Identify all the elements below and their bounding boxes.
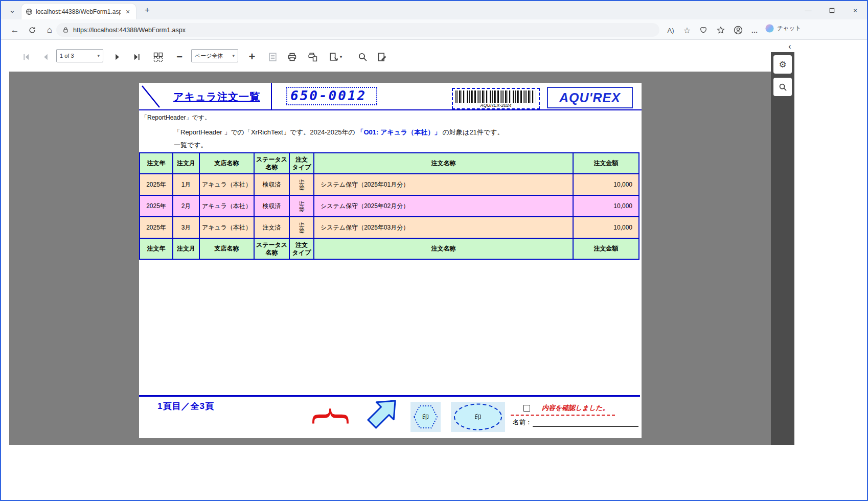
ellipse-stamp-text: 印 <box>451 402 505 432</box>
col-header-amount: 注文金額 <box>573 153 639 174</box>
cell-status: 検収済 <box>254 174 289 195</box>
add-favorite-icon[interactable]: ☆ <box>681 24 693 36</box>
cell-month: 2月 <box>173 195 199 217</box>
cell-year: 2025年 <box>140 195 173 217</box>
col-header-year: 注文年 <box>140 153 173 174</box>
rich-text-block: 「ReportHeader 」での「XrRichText」です。2024-202… <box>174 126 634 151</box>
search-panel-button[interactable] <box>773 78 792 96</box>
col-header-type: 注文 タイプ <box>289 238 314 259</box>
cell-month: 3月 <box>173 217 199 238</box>
search-icon <box>779 83 787 92</box>
settings-panel-button[interactable]: ⚙ <box>773 55 792 74</box>
postal-code: 650-0012 <box>286 87 377 105</box>
report-header-note: 「ReportHeader」です。 <box>141 113 211 122</box>
profile-avatar[interactable] <box>732 24 744 36</box>
new-tab-button[interactable]: + <box>141 4 153 16</box>
col-header-month: 注文月 <box>173 153 199 174</box>
name-label: 名前： <box>513 418 532 427</box>
refresh-button[interactable] <box>26 24 39 37</box>
last-page-button[interactable] <box>130 50 143 63</box>
confirm-checkbox[interactable] <box>523 405 530 412</box>
table-row: 2025年 2月 アキュラ（本社） 検収済 移行 システム保守（2025年02月… <box>140 195 639 217</box>
multipage-view-button[interactable] <box>151 50 165 63</box>
lock-icon <box>62 27 69 33</box>
col-header-name: 注文名称 <box>314 238 573 259</box>
ellipse-stamp: 印 <box>451 402 505 432</box>
page-indicator-select[interactable]: 1 of 3 ▾ <box>56 49 103 62</box>
header-divider <box>271 83 272 110</box>
barcode: AQUREX-2024 <box>452 88 540 109</box>
zoom-in-button[interactable]: + <box>245 50 259 63</box>
document-area: アキュラ注文一覧 650-0012 AQUREX-2024 AQU'REX 「R… <box>9 72 771 445</box>
export-button[interactable]: ▾ <box>326 50 345 63</box>
cell-amount: 10,000 <box>573 217 639 238</box>
page-number-text: 1頁目／全3頁 <box>157 400 214 412</box>
col-header-status: ステータス 名称 <box>254 238 289 259</box>
browser-essentials-icon[interactable] <box>697 24 710 36</box>
table-footer-header-row: 注文年 注文月 支店名称 ステータス 名称 注文 タイプ 注文名称 注文金額 <box>140 238 639 259</box>
url-field[interactable]: https://localhost:44388/WebForm1.aspx <box>56 23 659 37</box>
rich-text-line1: 「ReportHeader 」での「XrRichText」です。2024-202… <box>174 126 634 139</box>
cell-amount: 10,000 <box>573 174 639 195</box>
print-page-button[interactable] <box>306 50 319 63</box>
report-header-band: アキュラ注文一覧 650-0012 AQUREX-2024 AQU'REX <box>139 83 642 110</box>
cell-order-type: 移行 <box>289 217 314 238</box>
tab-search-icon[interactable]: ⌄ <box>6 4 18 16</box>
name-signature-line <box>533 426 638 427</box>
maximize-button[interactable] <box>820 1 843 19</box>
back-button[interactable]: ← <box>8 24 21 37</box>
chevron-down-icon: ▾ <box>97 53 100 58</box>
order-table: 注文年 注文月 支店名称 ステータス 名称 注文 タイプ 注文名称 注文金額 2… <box>139 152 639 260</box>
settings-more-icon[interactable]: … <box>748 24 761 36</box>
print-button[interactable] <box>285 50 299 63</box>
highlight-fields-button[interactable] <box>266 50 279 63</box>
cell-amount: 10,000 <box>573 195 639 217</box>
previous-page-button[interactable] <box>39 50 52 63</box>
table-row: 2025年 1月 アキュラ（本社） 検収済 移行 システム保守（2025年01月… <box>140 174 639 195</box>
cell-branch: アキュラ（本社） <box>199 195 254 217</box>
favorites-icon[interactable] <box>715 24 727 36</box>
url-text: https://localhost:44388/WebForm1.aspx <box>73 27 186 34</box>
cell-year: 2025年 <box>140 174 173 195</box>
barcode-bars <box>455 90 536 103</box>
col-header-year: 注文年 <box>140 238 173 259</box>
close-window-button[interactable]: × <box>843 1 867 19</box>
cell-status: 検収済 <box>254 195 289 217</box>
col-header-name: 注文名称 <box>314 153 573 174</box>
col-header-branch: 支店名称 <box>199 238 254 259</box>
browser-tab[interactable]: localhost:44388/WebForm1.aspx × <box>21 4 136 19</box>
zoom-out-button[interactable]: − <box>173 50 186 63</box>
browser-tab-bar: ⌄ localhost:44388/WebForm1.aspx × + — × <box>1 1 867 19</box>
viewer-toolbar: 1 of 3 ▾ − ページ全体 ▾ + <box>1 40 867 72</box>
globe-favicon-icon <box>26 8 33 15</box>
zoom-in-icon: + <box>249 51 256 62</box>
tab-close-icon[interactable]: × <box>124 8 132 16</box>
refresh-icon <box>28 26 36 34</box>
home-button[interactable]: ⌂ <box>43 24 56 37</box>
chevron-down-icon: ▾ <box>232 53 235 58</box>
copilot-label: チャット <box>777 25 801 32</box>
edit-document-button[interactable] <box>375 50 389 63</box>
confirm-dashed-line <box>511 415 615 416</box>
brace-shape: { <box>311 396 354 437</box>
table-row: 2025年 3月 アキュラ（本社） 注文済 移行 システム保守（2025年03月… <box>140 217 639 238</box>
browser-address-bar: ← ⌂ https://localhost:44388/WebForm1.asp… <box>1 19 867 40</box>
cell-order-type: 移行 <box>289 195 314 217</box>
search-button[interactable] <box>356 50 369 63</box>
panel-collapse-chevron[interactable]: ‹ <box>785 42 794 51</box>
barcode-label: AQUREX-2024 <box>478 103 513 108</box>
col-header-amount: 注文金額 <box>573 238 639 259</box>
arrow-shape <box>364 394 402 431</box>
read-aloud-icon[interactable]: A) <box>665 24 677 36</box>
minimize-button[interactable]: — <box>796 1 820 19</box>
chevron-down-icon: ▾ <box>340 54 342 59</box>
cell-order-type: 移行 <box>289 174 314 195</box>
confirm-label: 内容を確認しました。 <box>542 403 609 413</box>
cell-order-name: システム保守（2025年03月分） <box>314 217 573 238</box>
next-page-button[interactable] <box>110 50 124 63</box>
copilot-icon <box>765 24 774 33</box>
zoom-select[interactable]: ページ全体 ▾ <box>191 49 238 62</box>
copilot-button[interactable]: チャット <box>765 24 801 33</box>
tab-title: localhost:44388/WebForm1.aspx <box>36 8 121 15</box>
first-page-button[interactable] <box>19 50 33 63</box>
